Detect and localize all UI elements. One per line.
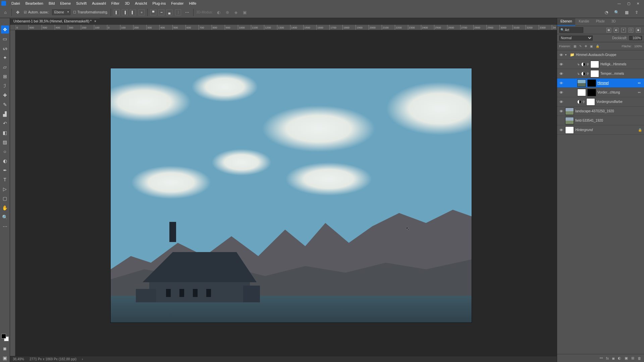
wand-tool[interactable]: ✦: [1, 54, 9, 62]
mask-thumb[interactable]: [590, 61, 599, 68]
tab-layers[interactable]: Ebenen: [557, 18, 575, 26]
mask-thumb[interactable]: [590, 70, 599, 77]
adjustment-add-icon[interactable]: ◐: [618, 356, 621, 360]
layer-row[interactable]: 👁 Vorder...chtung ⚯: [557, 88, 644, 97]
marquee-tool[interactable]: ▭: [1, 35, 9, 43]
align-bottom-icon[interactable]: ▄: [166, 9, 172, 15]
dodge-tool[interactable]: ◐: [1, 157, 9, 165]
filter-type-icon[interactable]: T: [621, 28, 626, 33]
filter-pixel-icon[interactable]: ▦: [606, 28, 611, 33]
eraser-tool[interactable]: ◧: [1, 129, 9, 137]
menu-filter[interactable]: Filter: [109, 0, 122, 7]
heal-tool[interactable]: ✚: [1, 91, 9, 99]
share-icon[interactable]: ⇪: [633, 9, 640, 16]
menu-file[interactable]: Datei: [9, 0, 23, 7]
layer-row[interactable]: 👁 field-533541_1920: [557, 116, 644, 125]
layer-group[interactable]: 👁 ▾ 📁 Himmel-Austausch-Gruppe: [557, 50, 644, 60]
more-tools-icon[interactable]: ⋯: [1, 223, 9, 231]
layer-row[interactable]: 👁 ↳ ⚲ Temper...mmels: [557, 69, 644, 78]
transform-check[interactable]: ☐ Transformationsstrg.: [73, 10, 108, 14]
minimize-button[interactable]: —: [614, 0, 624, 7]
workspace-icon[interactable]: ▦: [623, 9, 630, 16]
blur-tool[interactable]: ○: [1, 147, 9, 156]
distribute-v-icon[interactable]: ⋮: [175, 9, 181, 15]
mask-add-icon[interactable]: ◙: [612, 356, 614, 360]
align-center-h-icon[interactable]: ▐: [122, 9, 128, 15]
visibility-icon[interactable]: 👁: [558, 81, 564, 85]
menu-view[interactable]: Ansicht: [132, 0, 150, 7]
maximize-button[interactable]: ▢: [624, 0, 633, 7]
zoom-value[interactable]: 38,49%: [13, 357, 24, 361]
screenmode-icon[interactable]: ▣: [1, 354, 9, 362]
layer-thumb[interactable]: [577, 89, 586, 96]
lasso-tool[interactable]: ᔕ: [1, 44, 9, 52]
home-icon[interactable]: ⌂: [2, 9, 9, 16]
tab-channels[interactable]: Kanäle: [575, 18, 592, 26]
mask-thumb[interactable]: [587, 89, 596, 96]
chevron-down-icon[interactable]: ▾: [565, 53, 569, 56]
canvas[interactable]: ↖: [111, 68, 472, 322]
tab-3d[interactable]: 3D: [608, 18, 619, 26]
layer-row[interactable]: 👁 ⚲ Vordergrundfarbe: [557, 97, 644, 107]
eyedropper-tool[interactable]: ℐ: [1, 82, 9, 90]
layer-thumb[interactable]: [577, 79, 586, 87]
trash-icon[interactable]: 🗑: [638, 356, 641, 360]
layer-row[interactable]: 👁 ↳ ⚲ Helligk...Himmels: [557, 60, 644, 69]
layer-select-dropdown[interactable]: Ebene: [52, 9, 70, 15]
fx-icon[interactable]: fx: [606, 356, 609, 360]
lock-position-icon[interactable]: ✥: [585, 45, 587, 48]
more-icon[interactable]: ⋯: [184, 9, 191, 16]
visibility-icon[interactable]: 👁: [558, 128, 564, 132]
document-tab[interactable]: Unbenannt-1 bei 38,5% (Himmel, Ebenenmas…: [10, 18, 100, 24]
close-button[interactable]: ✕: [633, 0, 643, 7]
cloud-icon[interactable]: ◔: [603, 9, 610, 16]
menu-plugins[interactable]: Plug-ins: [150, 0, 168, 7]
menu-window[interactable]: Fenster: [168, 0, 186, 7]
filter-smart-icon[interactable]: ▣: [636, 28, 641, 33]
menu-edit[interactable]: Bearbeiten: [23, 0, 46, 7]
align-middle-icon[interactable]: ━: [158, 9, 164, 15]
visibility-icon[interactable]: 👁: [558, 62, 564, 66]
pen-tool[interactable]: ✒: [1, 166, 9, 174]
stamp-tool[interactable]: ▟: [1, 110, 9, 118]
tab-paths[interactable]: Pfade: [593, 18, 608, 26]
menu-help[interactable]: Hilfe: [186, 0, 199, 7]
menu-layer[interactable]: Ebene: [57, 0, 73, 7]
layer-thumb[interactable]: [565, 126, 574, 134]
menu-image[interactable]: Bild: [46, 0, 57, 7]
more-status-icon[interactable]: ›: [82, 357, 83, 361]
move-tool-icon[interactable]: ✥: [14, 9, 21, 16]
distribute-icon[interactable]: ≡: [139, 9, 145, 15]
lock-icon[interactable]: 🔒: [638, 128, 643, 132]
opacity-value[interactable]: 100%: [629, 36, 642, 40]
menu-3d[interactable]: 3D: [122, 0, 132, 7]
zoom-tool[interactable]: 🔍: [1, 213, 9, 221]
blend-mode-select[interactable]: Normal: [559, 36, 593, 41]
lock-brush-icon[interactable]: ✎: [579, 45, 582, 48]
align-right-icon[interactable]: ▌: [130, 9, 136, 15]
path-tool[interactable]: ▷: [1, 185, 9, 193]
mask-thumb[interactable]: [586, 98, 595, 106]
menu-type[interactable]: Schrift: [73, 0, 89, 7]
quickmask-icon[interactable]: ◙: [1, 345, 9, 353]
shape-tool[interactable]: ▢: [1, 194, 9, 202]
type-tool[interactable]: T: [1, 176, 9, 184]
link-layers-icon[interactable]: ⚯: [600, 356, 603, 360]
close-tab-icon[interactable]: ×: [94, 19, 96, 23]
move-tool[interactable]: ✥: [1, 25, 9, 34]
history-brush-tool[interactable]: ↶: [1, 119, 9, 127]
visibility-icon[interactable]: 👁: [558, 53, 564, 57]
hand-tool[interactable]: ✋: [1, 204, 9, 212]
layer-row[interactable]: 👁 landscape-4370250_1920: [557, 107, 644, 116]
visibility-icon[interactable]: 👁: [558, 100, 564, 104]
lock-pixels-icon[interactable]: ▦: [574, 45, 577, 48]
group-add-icon[interactable]: ▣: [625, 356, 628, 360]
menu-select[interactable]: Auswahl: [89, 0, 109, 7]
align-left-icon[interactable]: ▌: [114, 9, 120, 15]
layer-row-selected[interactable]: 👁 Himmel ⚯: [557, 78, 644, 88]
link-icon[interactable]: ⚯: [638, 91, 643, 94]
layer-thumb[interactable]: [565, 117, 574, 124]
brush-tool[interactable]: ✎: [1, 101, 9, 109]
fill-value[interactable]: 100%: [634, 45, 642, 48]
layer-thumb[interactable]: [565, 108, 574, 115]
